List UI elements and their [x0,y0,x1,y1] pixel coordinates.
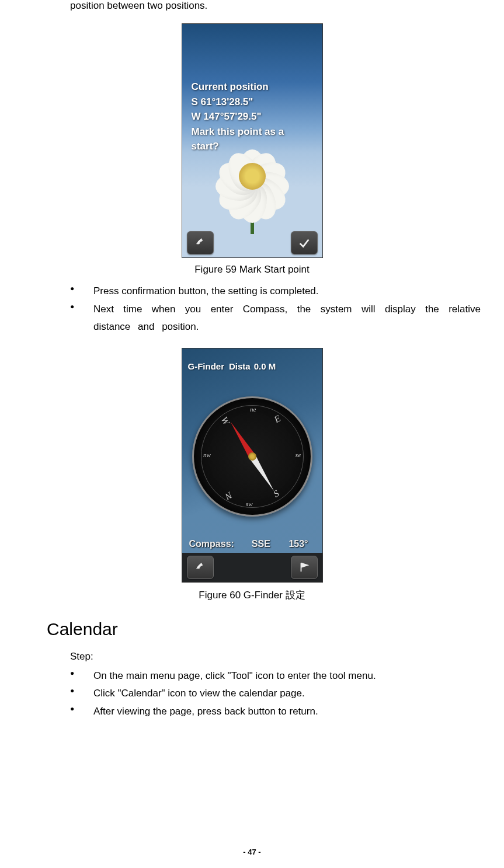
compass-readout: Compass: SSE 153° [189,539,315,549]
distance-value: 0.0 M [254,361,276,371]
bullet-list-2: On the main menu page, click "Tool" icon… [70,667,481,721]
checkmark-icon [298,236,311,249]
figure60-screenshot: G-Finder Dista 0.0 M N E S W ne se sw nw… [182,348,323,583]
bullet-item: On the main menu page, click "Tool" icon… [70,667,481,685]
dir-ne: ne [250,406,256,413]
compass-pivot [248,452,256,461]
mark-question-line2: start? [192,139,313,154]
gfinder-header: G-Finder Dista 0.0 M [188,361,317,371]
back-button[interactable] [187,231,214,255]
compass-direction: SSE [252,539,270,549]
bullet-item: Press confirmation button, the setting i… [70,283,481,301]
compass-label: Compass: [189,539,234,549]
figure59-screenshot: Current position S 61°13'28.5" W 147°57'… [182,23,323,258]
back-arrow-icon [194,561,207,574]
intro-text: position between two positions. [23,0,481,12]
dir-se: se [296,451,301,458]
flag-button[interactable] [291,556,318,579]
back-button[interactable] [187,556,214,579]
dir-sw: sw [246,500,253,507]
bullet-item: After viewing the page, press back butto… [70,703,481,721]
dir-n: N [223,490,234,502]
distance-label: Dista [229,361,251,371]
dir-nw: nw [203,451,211,458]
flag-icon [298,561,311,574]
mark-point-dialog: Current position S 61°13'28.5" W 147°57'… [192,79,313,154]
figure60-caption: Figure 60 G-Finder 設定 [23,588,481,602]
figure59-caption: Figure 59 Mark Start point [23,264,481,276]
bullet-list-1: Press confirmation button, the setting i… [70,283,481,336]
step-label: Step: [70,651,481,663]
bullet-item: Click "Calendar" icon to view the calend… [70,685,481,703]
page-number: - 47 - [0,848,504,856]
section-heading-calendar: Calendar [47,619,481,639]
confirm-button[interactable] [291,231,318,255]
compass-degrees: 153° [289,539,308,549]
back-arrow-icon [194,236,207,249]
longitude-value: W 147°57'29.5" [192,109,313,124]
gfinder-label: G-Finder [188,361,225,371]
compass-dial: N E S W ne se sw nw [192,396,312,517]
latitude-value: S 61°13'28.5" [192,95,313,110]
dir-e: E [273,413,283,424]
current-position-label: Current position [192,79,313,95]
bullet-item: Next time when you enter Compass, the sy… [70,301,481,336]
mark-question-line1: Mark this point as a [192,124,313,140]
